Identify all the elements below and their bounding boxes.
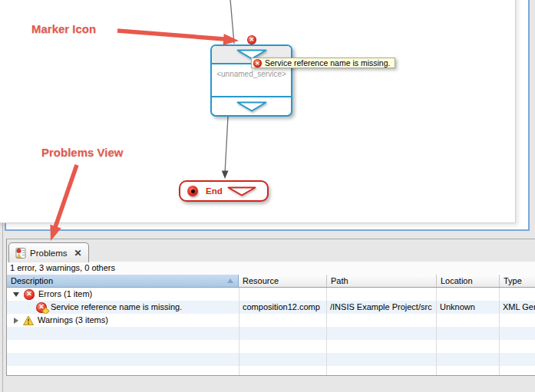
error-icon bbox=[253, 59, 262, 68]
description-cell bbox=[7, 366, 239, 375]
resource-cell bbox=[239, 353, 327, 366]
resource-cell bbox=[239, 314, 327, 327]
diagram-canvas[interactable]: <unnamed_service> Service reference name… bbox=[5, 0, 530, 231]
table-body: Errors (1 item) Service reference name i… bbox=[7, 288, 535, 375]
tree-expander-collapsed-icon[interactable] bbox=[14, 318, 18, 324]
error-icon bbox=[24, 289, 35, 300]
resource-cell bbox=[239, 288, 327, 301]
error-quickfix-icon bbox=[36, 302, 47, 313]
path-cell bbox=[327, 288, 437, 301]
tree-expander-expanded-icon[interactable] bbox=[13, 292, 19, 297]
empty-table-row bbox=[7, 353, 535, 366]
description-cell bbox=[7, 353, 239, 366]
tab-label: Problems bbox=[30, 249, 68, 258]
type-cell bbox=[500, 366, 535, 375]
error-marker-icon[interactable] bbox=[247, 31, 256, 44]
description-cell bbox=[7, 327, 239, 340]
column-header-path[interactable]: Path bbox=[326, 275, 436, 287]
service-node-body[interactable]: <unnamed_service> bbox=[212, 64, 291, 97]
column-label: Description bbox=[11, 276, 53, 285]
empty-table-row bbox=[7, 366, 535, 375]
resource-cell bbox=[239, 327, 327, 340]
row-description: Warnings (3 items) bbox=[38, 314, 108, 327]
service-node-footer[interactable] bbox=[212, 97, 291, 115]
tooltip-text: Service reference name is missing. bbox=[265, 58, 390, 68]
location-cell bbox=[437, 327, 500, 340]
end-node-label: End bbox=[206, 186, 223, 196]
path-cell bbox=[327, 366, 437, 375]
empty-table-row bbox=[7, 340, 535, 353]
row-description: Errors (1 item) bbox=[38, 288, 92, 301]
table-header-row: Description Resource Path Location Type bbox=[7, 275, 535, 288]
type-cell bbox=[500, 340, 535, 353]
type-cell bbox=[500, 353, 535, 366]
location-cell bbox=[437, 314, 500, 327]
error-icon bbox=[247, 35, 256, 44]
service-node-label: <unnamed_service> bbox=[216, 70, 286, 96]
resource-cell: composition12.comp bbox=[239, 301, 327, 314]
path-cell bbox=[327, 327, 437, 340]
sort-ascending-icon bbox=[227, 278, 233, 283]
end-node[interactable]: End bbox=[179, 180, 269, 202]
tab-close-icon[interactable]: ✕ bbox=[74, 249, 82, 258]
location-cell: Unknown bbox=[437, 301, 500, 314]
path-cell bbox=[327, 340, 437, 353]
column-header-description[interactable]: Description bbox=[7, 275, 239, 287]
problems-summary: 1 error, 3 warnings, 0 others bbox=[7, 262, 535, 275]
column-header-type[interactable]: Type bbox=[499, 275, 535, 287]
location-cell bbox=[437, 288, 500, 301]
resource-cell bbox=[239, 340, 327, 353]
type-cell bbox=[500, 314, 535, 327]
problems-tab[interactable]: Problems ✕ bbox=[8, 242, 89, 262]
empty-table-row bbox=[7, 327, 535, 340]
problems-table: 1 error, 3 warnings, 0 others Descriptio… bbox=[7, 262, 535, 376]
column-header-location[interactable]: Location bbox=[436, 275, 499, 287]
description-cell: Errors (1 item) bbox=[7, 288, 239, 301]
path-cell bbox=[327, 353, 437, 366]
service-node[interactable]: <unnamed_service> bbox=[210, 44, 292, 117]
type-cell bbox=[500, 288, 535, 301]
resource-cell bbox=[239, 366, 327, 375]
problems-view-icon bbox=[15, 248, 26, 259]
expand-triangle-icon[interactable] bbox=[236, 101, 267, 112]
end-bullet-icon bbox=[187, 186, 198, 196]
location-cell bbox=[437, 353, 500, 366]
validation-tooltip: Service reference name is missing. bbox=[251, 58, 395, 68]
path-cell: /INSIS Example Project/src bbox=[327, 301, 437, 314]
problems-view: Problems ✕ 1 error, 3 warnings, 0 others… bbox=[6, 239, 535, 376]
description-cell bbox=[7, 340, 239, 353]
description-cell: Service reference name is missing. bbox=[7, 301, 239, 314]
warning-icon bbox=[23, 315, 34, 326]
path-cell bbox=[327, 314, 437, 327]
type-cell bbox=[500, 327, 535, 340]
description-cell: Warnings (3 items) bbox=[7, 314, 239, 327]
column-header-resource[interactable]: Resource bbox=[239, 275, 326, 287]
table-row-warnings-group[interactable]: Warnings (3 items) bbox=[7, 314, 535, 327]
eclipse-workbench: <unnamed_service> Service reference name… bbox=[0, 0, 535, 392]
table-row-error-item[interactable]: Service reference name is missing. compo… bbox=[7, 301, 535, 314]
location-cell bbox=[437, 366, 500, 375]
type-cell: XML Ger bbox=[500, 301, 535, 314]
location-cell bbox=[437, 340, 500, 353]
row-description: Service reference name is missing. bbox=[51, 301, 182, 314]
end-triangle-icon[interactable] bbox=[227, 186, 256, 196]
table-row-errors-group[interactable]: Errors (1 item) bbox=[7, 288, 535, 301]
